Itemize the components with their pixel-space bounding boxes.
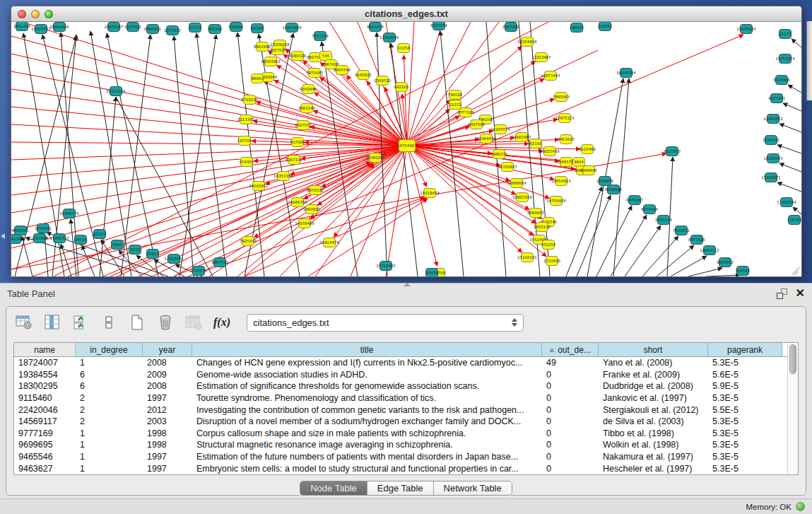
citation-edge-black[interactable] — [792, 39, 801, 47]
citation-edge-red[interactable] — [11, 153, 666, 269]
graph-node[interactable]: 8313054 — [430, 22, 448, 30]
graph-node[interactable]: 8454749 — [334, 66, 351, 75]
graph-node[interactable]: 1615132 — [534, 223, 551, 232]
graph-node[interactable]: 14519 — [74, 235, 87, 245]
splitter-handle-icon[interactable] — [404, 283, 411, 286]
citation-edge-black[interactable] — [642, 236, 678, 276]
delete-table-icon[interactable] — [156, 313, 175, 332]
citation-edge-red[interactable] — [351, 146, 407, 276]
tab-network-table[interactable]: Network Table — [434, 481, 512, 495]
window-resize-grip[interactable] — [792, 267, 800, 275]
graph-node[interactable]: 1527602 — [124, 23, 141, 32]
graph-node[interactable]: 20153 — [93, 230, 105, 239]
citation-edge-black[interactable] — [613, 78, 629, 276]
graph-node[interactable]: 9115460 — [579, 145, 596, 154]
graph-node[interactable]: 10688609 — [507, 179, 526, 188]
graph-node[interactable]: 9463627 — [558, 135, 575, 144]
network-window-titlebar[interactable]: citations_edges.txt — [11, 6, 801, 22]
column-header-year[interactable]: year — [143, 343, 192, 356]
graph-node[interactable]: 62160 — [529, 139, 542, 148]
table-row[interactable]: 1872400712008Changes of HCN gene express… — [14, 357, 787, 369]
citation-edge-black[interactable] — [777, 145, 801, 153]
graph-node[interactable]: 12213987 — [531, 53, 551, 62]
graph-node[interactable]: 15136141 — [517, 253, 536, 262]
graph-node[interactable]: 1493822 — [303, 205, 320, 214]
citation-edge-black[interactable] — [788, 85, 801, 93]
graph-node[interactable]: 15913 — [146, 250, 158, 259]
graph-node[interactable]: 7625402 — [240, 237, 257, 246]
citation-edge-black[interactable] — [196, 33, 227, 276]
graph-node[interactable]: 16210643 — [763, 154, 782, 163]
citation-edge-red[interactable] — [68, 146, 407, 276]
graph-node[interactable]: 8186328 — [289, 52, 307, 61]
graph-node[interactable]: 9684067 — [527, 209, 544, 218]
graph-node[interactable]: 98901 — [251, 74, 263, 83]
table-scrollbar[interactable] — [787, 343, 798, 474]
graph-node[interactable]: 9242848 — [300, 85, 317, 94]
graph-node[interactable]: 116753 — [787, 216, 801, 225]
graph-node[interactable]: 15751074 — [775, 54, 795, 64]
graph-node[interactable]: 11173 — [779, 30, 791, 39]
graph-node[interactable]: 6879197 — [626, 196, 643, 205]
graph-node[interactable]: 9899695 — [580, 166, 597, 175]
graph-node[interactable]: 17016504 — [777, 198, 796, 207]
graph-node[interactable]: 15692971 — [761, 173, 780, 182]
column-header-pagerank[interactable]: pagerank — [708, 343, 782, 356]
graph-node[interactable]: 5015 — [129, 245, 141, 255]
graph-node[interactable]: 21072 — [449, 100, 461, 110]
graph-node[interactable]: 1841304 — [13, 22, 31, 31]
graph-node[interactable]: 16648784 — [616, 69, 636, 78]
graph-node[interactable]: 7986372 — [490, 150, 507, 159]
graph-node[interactable]: 12218596 — [379, 33, 399, 42]
graph-node[interactable]: 12975123 — [555, 114, 574, 123]
table-row[interactable]: 969969511998Structural magnetic resonanc… — [14, 439, 787, 451]
graph-node[interactable]: 212053 — [598, 22, 613, 31]
table-row[interactable]: 977716911998Corpus callosum shape and si… — [14, 428, 787, 440]
rows-icon[interactable] — [100, 313, 118, 332]
graph-node[interactable]: 1215689 — [31, 234, 49, 243]
citation-edge-red[interactable] — [407, 22, 499, 146]
table-row[interactable]: 2242004622012Investigating the contribut… — [14, 404, 787, 416]
citation-edge-black[interactable] — [566, 187, 602, 276]
column-header-short[interactable]: short — [599, 343, 708, 356]
graph-node[interactable]: 9827505 — [269, 46, 286, 55]
table-row[interactable]: 946362711997Embryonic stem cells: a mode… — [14, 462, 787, 474]
citation-edge-black[interactable] — [25, 238, 153, 276]
table-settings-icon[interactable] — [15, 313, 33, 332]
citation-edge-black[interactable] — [779, 124, 801, 132]
graph-node[interactable]: 7632621 — [673, 226, 690, 235]
graph-node[interactable]: 8427552 — [295, 121, 312, 130]
column-header-out_de[interactable]: out_de... — [542, 343, 599, 356]
scrollbar-thumb[interactable] — [789, 344, 796, 374]
citation-edge-black[interactable] — [180, 35, 216, 276]
tab-edge-table[interactable]: Edge Table — [367, 481, 434, 495]
citation-edge-black[interactable] — [625, 226, 661, 276]
graph-node[interactable]: 1845061 — [12, 226, 29, 235]
graph-node[interactable]: 8878332 — [307, 186, 324, 195]
graph-node[interactable]: 7485063 — [553, 93, 570, 102]
citation-edge-red[interactable] — [407, 22, 414, 146]
graph-node[interactable]: 20364436 — [476, 134, 496, 144]
graph-node[interactable]: 15723 — [189, 23, 201, 33]
citation-edge-black[interactable] — [783, 103, 801, 111]
graph-node[interactable]: 8471626 — [688, 235, 706, 245]
graph-node[interactable]: 19654923 — [551, 177, 570, 186]
graph-node[interactable]: 9160 — [112, 240, 124, 250]
graph-node[interactable]: 10654112 — [700, 246, 719, 255]
graph-node[interactable]: 9215953 — [664, 147, 681, 156]
column-header-title[interactable]: title — [192, 343, 542, 356]
tab-node-table[interactable]: Node Table — [300, 481, 367, 495]
maximize-window-icon[interactable] — [45, 10, 53, 18]
graph-node[interactable]: 1588520 — [374, 76, 392, 86]
graph-node[interactable]: 1071912 — [164, 26, 181, 35]
graph-node[interactable]: 794028 — [448, 90, 463, 100]
graph-node[interactable]: 19756928 — [546, 197, 566, 206]
graph-node[interactable]: 882203 — [394, 83, 409, 92]
graph-node[interactable]: 2213363 — [237, 115, 254, 124]
graph-node[interactable]: 16104 — [251, 24, 264, 33]
graph-node[interactable]: 9146821 — [355, 71, 372, 80]
graph-node[interactable]: 252254 — [541, 240, 556, 250]
float-panel-icon[interactable] — [777, 288, 787, 299]
graph-node[interactable]: 1733426 — [543, 257, 561, 266]
citation-edge-black[interactable] — [779, 163, 801, 172]
